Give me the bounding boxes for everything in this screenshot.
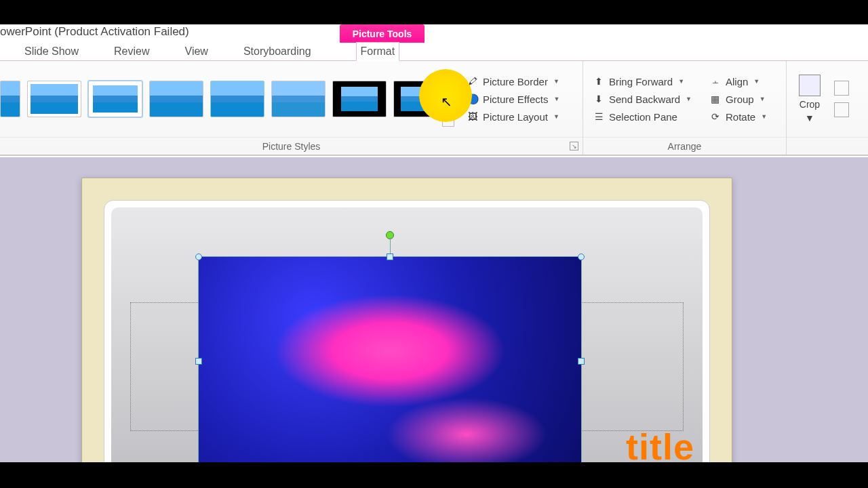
group-button[interactable]: ▦ Group ▼	[705, 92, 771, 106]
tab-storyboarding[interactable]: Storyboarding	[239, 43, 315, 60]
chevron-down-icon: ▼	[760, 96, 766, 102]
rotate-button[interactable]: ⟳ Rotate ▼	[705, 109, 771, 124]
picture-style-thumb[interactable]	[271, 81, 326, 117]
selected-picture[interactable]	[198, 256, 582, 462]
tab-view[interactable]: View	[181, 43, 212, 60]
button-label: Bring Forward	[609, 76, 673, 87]
picture-style-thumb[interactable]	[332, 81, 387, 117]
slide[interactable]: title	[81, 178, 732, 462]
chevron-down-icon: ▼	[553, 78, 559, 85]
picture-style-thumb[interactable]	[88, 81, 142, 117]
ribbon-tabs: Slide Show Review View Storyboarding For…	[0, 39, 868, 61]
group-label: Picture Styles	[262, 141, 321, 152]
picture-style-thumb[interactable]	[149, 81, 203, 117]
bring-forward-icon: ⬆	[593, 75, 605, 87]
picture-effects-button[interactable]: 🔵 Picture Effects ▼	[462, 92, 564, 106]
button-label: Group	[726, 94, 754, 105]
width-icon	[834, 102, 849, 117]
button-label: Picture Border	[483, 76, 548, 87]
picture-layout-button[interactable]: 🖼 Picture Layout ▼	[462, 109, 564, 124]
button-label: Align	[726, 76, 748, 87]
tab-format[interactable]: Format	[356, 42, 400, 61]
send-backward-button[interactable]: ⬇ Send Backward ▼	[589, 92, 696, 106]
resize-handle-nw[interactable]	[195, 253, 202, 260]
picture-style-thumb[interactable]	[393, 81, 438, 117]
chevron-down-icon: ▼	[553, 113, 559, 120]
contextual-tab-picture-tools: Picture Tools	[340, 24, 425, 43]
picture-style-thumb[interactable]	[0, 81, 20, 117]
picture-border-button[interactable]: 🖍 Picture Border ▼	[462, 74, 564, 89]
button-label: Selection Pane	[609, 111, 677, 123]
chevron-down-icon: ▼	[678, 78, 684, 85]
button-label: Picture Effects	[483, 94, 548, 105]
group-icon: ▦	[709, 93, 722, 105]
selection-pane-button[interactable]: ☰ Selection Pane	[589, 109, 696, 124]
height-icon	[834, 81, 849, 96]
align-icon: ⫠	[709, 75, 722, 87]
rotate-icon: ⟳	[709, 110, 722, 123]
send-backward-icon: ⬇	[593, 93, 605, 105]
selection-pane-icon: ☰	[593, 110, 605, 123]
picture-effects-icon: 🔵	[467, 93, 479, 105]
resize-handle-w[interactable]	[195, 358, 202, 365]
chevron-down-icon: ▼	[753, 78, 760, 85]
tab-review[interactable]: Review	[110, 43, 153, 60]
button-label: Rotate	[726, 111, 755, 123]
dialog-launcher-icon[interactable]: ↘	[570, 142, 578, 150]
resize-handle-e[interactable]	[578, 358, 585, 365]
chevron-down-icon: ▼	[805, 113, 814, 123]
resize-handle-ne[interactable]	[578, 253, 585, 260]
mouse-cursor: ↖	[441, 94, 452, 110]
chevron-down-icon: ▼	[553, 96, 559, 102]
resize-handle-n[interactable]	[387, 253, 393, 260]
tab-slide-show[interactable]: Slide Show	[20, 43, 83, 60]
button-label: Picture Layout	[483, 111, 548, 123]
crop-icon	[799, 75, 821, 96]
window-title: owerPoint (Product Activation Failed)	[0, 24, 868, 39]
button-label: Send Backward	[609, 94, 680, 105]
picture-border-icon: 🖍	[467, 75, 479, 87]
crop-button[interactable]: Crop ▼	[792, 72, 827, 126]
gallery-more-button[interactable]: ▾	[442, 109, 454, 127]
bring-forward-button[interactable]: ⬆ Bring Forward ▼	[589, 74, 696, 89]
picture-layout-icon: 🖼	[467, 110, 479, 123]
align-button[interactable]: ⫠ Align ▼	[705, 74, 771, 89]
ribbon: ▲ ▼ ▾ 🖍 Picture Border ▼ 🔵 Picture Effec…	[0, 61, 868, 156]
picture-style-thumb[interactable]	[27, 81, 81, 117]
button-label: Crop	[800, 99, 820, 110]
chevron-down-icon: ▼	[761, 113, 767, 120]
chevron-down-icon: ▼	[686, 96, 692, 102]
gallery-up-button[interactable]: ▲	[442, 71, 454, 89]
slide-canvas[interactable]: title	[0, 157, 868, 462]
picture-style-thumb[interactable]	[210, 81, 264, 117]
title-placeholder-text[interactable]: title	[626, 426, 694, 462]
group-label: Arrange	[668, 141, 702, 152]
